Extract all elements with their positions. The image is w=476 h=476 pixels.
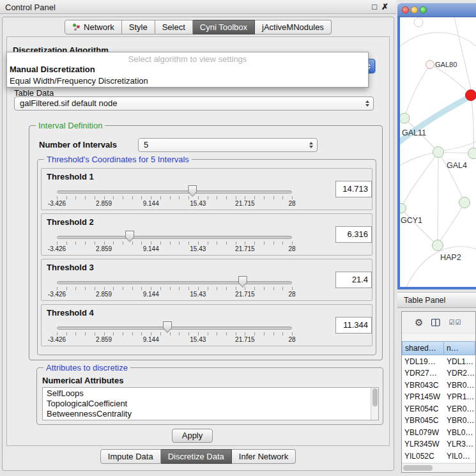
slider-thumb[interactable] <box>188 185 197 197</box>
columns-icon[interactable] <box>431 319 440 326</box>
threshold-3-value-field[interactable]: 21.4 <box>335 272 372 288</box>
table-data-combobox[interactable]: galFiltered.sif default node <box>14 96 374 111</box>
threshold-4-value-field[interactable]: 11.344 <box>335 317 372 334</box>
network-canvas[interactable]: GAL80 GAL11 GAL4 GCY1 HAP2 <box>397 17 476 289</box>
tab-discretize-data[interactable]: Discretize Data <box>161 449 232 464</box>
attributes-group-title: Attributes to discretize <box>43 363 130 372</box>
tick-label: 2.859 <box>96 245 112 252</box>
scrollbar-thumb[interactable] <box>372 388 378 406</box>
tab-label: Style <box>129 20 148 34</box>
slider-ticks <box>57 287 293 290</box>
cell[interactable]: YBR0… <box>444 379 475 391</box>
slider-track[interactable] <box>57 236 292 239</box>
popup-option-manual-discretization[interactable]: Manual Discretization <box>7 64 368 75</box>
network-node[interactable] <box>459 197 470 208</box>
numerical-attributes-label: Numerical Attributes <box>42 376 123 385</box>
table-header-row: shared… n… <box>402 341 475 355</box>
network-node-gal80[interactable] <box>426 61 434 69</box>
cell[interactable]: YER054C <box>402 403 444 415</box>
cell[interactable]: YBL0… <box>444 426 475 438</box>
cell[interactable]: YBR045C <box>402 415 444 427</box>
tab-cyni-toolbox[interactable]: Cyni Toolbox <box>193 20 255 35</box>
cell[interactable]: YBR043C <box>402 379 444 391</box>
slider-thumb[interactable] <box>238 276 247 288</box>
cell[interactable]: YIL0… <box>444 450 475 462</box>
select-columns-icon[interactable]: ☑☑ <box>449 319 461 326</box>
cell[interactable]: YBR0… <box>444 415 475 427</box>
table-row[interactable]: YDL19…YDL1… <box>402 355 475 367</box>
close-icon[interactable]: ✗ <box>381 2 388 12</box>
scrollbar-thumb[interactable] <box>403 465 433 471</box>
network-node-gcy1[interactable] <box>400 204 406 213</box>
threshold-1-slider[interactable]: -3.426 2.859 9.144 15.43 21.715 28 <box>57 184 292 208</box>
zoom-traffic-light-icon[interactable] <box>420 6 427 13</box>
table-row[interactable]: YPR145WYPR1… <box>402 391 475 403</box>
tab-impute-data[interactable]: Impute Data <box>100 449 161 464</box>
cell[interactable]: YDL19… <box>402 355 444 367</box>
number-of-intervals-combobox[interactable]: 5 <box>138 138 318 152</box>
slider-track[interactable] <box>57 281 292 284</box>
cell[interactable]: YDR2… <box>444 367 475 380</box>
node-label-gal11: GAL11 <box>402 128 426 137</box>
list-item[interactable]: SelfLoops <box>43 388 378 398</box>
threshold-1-panel: Threshold 1 -3.426 2.859 9.144 15.43 21.… <box>41 168 372 210</box>
table-row[interactable]: YLR345WYLR3… <box>402 438 475 450</box>
numerical-attributes-list: SelfLoops TopologicalCoefficient Between… <box>42 387 379 420</box>
threshold-3-slider[interactable]: -3.426 2.859 9.144 15.43 21.715 28 <box>57 275 292 299</box>
cell[interactable]: YPR145W <box>402 391 444 403</box>
tab-label: Infer Network <box>239 450 288 463</box>
popup-option-equal-width[interactable]: Equal Width/Frequency Discretization <box>7 75 368 87</box>
apply-button[interactable]: Apply <box>172 429 213 443</box>
slider-thumb[interactable] <box>125 231 134 242</box>
list-item[interactable]: TopologicalCoefficient <box>43 398 378 408</box>
cell[interactable]: YIL052C <box>402 450 444 462</box>
threshold-4-slider[interactable]: -3.426 2.859 9.144 15.43 21.715 28 <box>57 320 292 344</box>
network-node[interactable] <box>468 148 476 159</box>
network-node-hap2[interactable] <box>433 240 443 251</box>
gear-icon[interactable]: ⚙ <box>415 318 423 327</box>
table-row[interactable]: YER054CYER0… <box>402 403 475 415</box>
tab-label: Impute Data <box>108 450 153 463</box>
cell[interactable]: YPR1… <box>444 391 475 403</box>
network-node-gal4[interactable] <box>433 147 444 158</box>
cell[interactable]: YER0… <box>444 403 475 415</box>
threshold-2-value-field[interactable]: 6.316 <box>335 226 372 243</box>
tab-jactivemnodules[interactable]: jActiveMNodules <box>255 20 332 35</box>
cell[interactable]: YDR27… <box>402 367 444 380</box>
table-row[interactable]: YBR043CYBR0… <box>402 379 475 391</box>
table-panel-header: Table Panel <box>397 292 476 308</box>
table-row[interactable]: YDR27…YDR2… <box>402 367 475 380</box>
cell[interactable]: YLR3… <box>444 438 475 450</box>
slider-thumb[interactable] <box>163 321 172 333</box>
tab-select[interactable]: Select <box>155 20 193 35</box>
vertical-scrollbar[interactable] <box>371 388 378 420</box>
horizontal-scrollbar[interactable] <box>402 463 475 472</box>
cell[interactable]: YLR345W <box>402 438 444 450</box>
tab-network[interactable]: Network <box>65 20 122 35</box>
list-item[interactable]: BetweennessCentrality <box>43 408 378 418</box>
network-window-titlebar[interactable] <box>397 3 476 17</box>
table-row[interactable]: YIL052CYIL0… <box>402 450 475 462</box>
slider-track[interactable] <box>57 326 292 330</box>
slider-track[interactable] <box>57 190 292 194</box>
tab-infer-network[interactable]: Infer Network <box>232 449 296 464</box>
minimize-icon[interactable]: □ <box>372 2 377 12</box>
cell[interactable]: YDL1… <box>444 355 475 367</box>
network-node-selected-red[interactable] <box>466 90 476 101</box>
cell[interactable]: YBL079W <box>402 426 444 438</box>
thresholds-group-title: Threshold's Coordinates for 5 Intervals <box>44 155 192 164</box>
column-header-name[interactable]: n… <box>444 341 475 355</box>
node-label-hap2: HAP2 <box>440 253 461 262</box>
threshold-1-value-field[interactable]: 14.713 <box>335 181 372 197</box>
table-row[interactable]: YBL079WYBL0… <box>402 426 475 438</box>
table-row[interactable]: YBR045CYBR0… <box>402 415 475 427</box>
tick-label: 2.859 <box>96 200 112 207</box>
network-node-gal11[interactable] <box>400 113 410 123</box>
tab-style[interactable]: Style <box>122 20 155 35</box>
close-traffic-light-icon[interactable] <box>402 6 409 13</box>
minimize-traffic-light-icon[interactable] <box>411 6 418 13</box>
threshold-2-slider[interactable]: -3.426 2.859 9.144 15.43 21.715 28 <box>57 229 292 254</box>
network-node[interactable] <box>414 18 423 27</box>
column-header-shared-name[interactable]: shared… <box>402 341 444 355</box>
tick-label: 21.715 <box>235 336 255 343</box>
